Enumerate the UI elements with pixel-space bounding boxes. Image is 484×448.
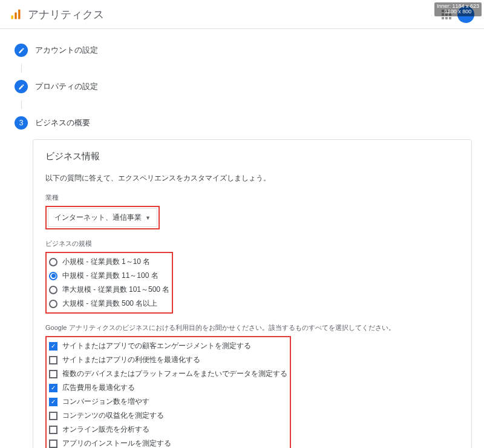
checkbox-icon [49,412,57,420]
purpose-check-item[interactable]: オンライン販売を分析する [49,424,287,435]
step-property[interactable]: プロパティの設定 [15,73,472,100]
step-label: ビジネスの概要 [35,117,90,128]
checkbox-icon [49,370,57,378]
business-card: ビジネス情報 以下の質問に答えて、エクスペリエンスをカスタマイズしましょう。 業… [33,139,472,448]
checkbox-label: コンバージョン数を増やす [62,397,149,407]
svg-rect-1 [15,12,16,19]
purpose-check-item[interactable]: アプリのインストールを測定する [49,438,287,448]
step-label: アカウントの設定 [35,45,98,56]
purpose-check-group: ✓サイトまたはアプリでの顧客エンゲージメントを測定するサイトまたはアプリの利便性… [48,338,289,448]
purpose-check-item[interactable]: 複数のデバイスまたはプラットフォームをまたいでデータを測定する [49,369,287,379]
size-radio-item[interactable]: 準大規模 - 従業員数 101～500 名 [49,285,169,295]
purpose-check-item[interactable]: コンテンツの収益化を測定する [49,410,287,421]
stepper: アカウントの設定 プロパティの設定 3 ビジネスの概要 [15,36,472,137]
step-number: 3 [15,116,28,130]
checkbox-icon: ✓ [49,398,57,406]
checkbox-icon: ✓ [49,384,57,392]
radio-icon [49,258,57,266]
purpose-check-item[interactable]: ✓コンバージョン数を増やす [49,397,287,407]
card-title: ビジネス情報 [45,151,459,162]
step-account[interactable]: アカウントの設定 [15,36,472,64]
checkbox-icon [49,356,57,364]
checkbox-label: オンライン販売を分析する [62,424,149,435]
topbar: アナリティクス Inner: 1184 x 623 1200 x 800 [0,0,484,29]
checkbox-label: 広告費用を最適化する [62,383,135,393]
app-title: アナリティクス [28,7,104,22]
radio-label: 中規模 - 従業員数 11～100 名 [62,271,159,281]
checkbox-label: サイトまたはアプリでの顧客エンゲージメントを測定する [62,341,251,351]
size-radio-item[interactable]: 小規模 - 従業員数 1～10 名 [49,257,169,267]
pencil-icon [15,44,28,57]
industry-label: 業種 [45,193,459,202]
size-radio-group: 小規模 - 従業員数 1～10 名中規模 - 従業員数 11～100 名準大規模… [48,254,171,311]
radio-label: 準大規模 - 従業員数 101～500 名 [62,285,169,295]
analytics-logo-icon [10,8,22,21]
checkbox-icon: ✓ [49,342,57,351]
card-desc: 以下の質問に答えて、エクスペリエンスをカスタマイズしましょう。 [45,173,459,183]
size-radio-item[interactable]: 大規模 - 従業員数 500 名以上 [49,298,169,309]
radio-icon [49,272,57,280]
purpose-check-item[interactable]: ✓広告費用を最適化する [49,383,287,393]
checkbox-label: サイトまたはアプリの利便性を最適化する [62,355,200,365]
radio-icon [49,286,57,294]
radio-icon [49,300,57,308]
purpose-label: Google アナリティクスのビジネスにおける利用目的をお聞かせください。該当す… [45,323,459,332]
checkbox-label: 複数のデバイスまたはプラットフォームをまたいでデータを測定する [62,369,287,379]
radio-label: 小規模 - 従業員数 1～10 名 [62,257,150,267]
industry-dropdown[interactable]: インターネット、通信事業 ▼ [48,208,157,227]
size-radio-item[interactable]: 中規模 - 従業員数 11～100 名 [49,271,169,281]
svg-rect-0 [11,15,13,19]
step-business: 3 ビジネスの概要 [15,109,472,137]
chevron-down-icon: ▼ [145,215,151,221]
checkbox-label: コンテンツの収益化を測定する [62,410,164,421]
pencil-icon [15,80,28,93]
checkbox-icon [49,426,57,434]
svg-rect-2 [18,9,20,19]
purpose-check-item[interactable]: ✓サイトまたはアプリでの顧客エンゲージメントを測定する [49,341,287,351]
checkbox-label: アプリのインストールを測定する [62,438,171,448]
purpose-check-item[interactable]: サイトまたはアプリの利便性を最適化する [49,355,287,365]
dimension-badge: Inner: 1184 x 623 1200 x 800 [434,2,482,17]
step-label: プロパティの設定 [35,81,98,92]
checkbox-icon [49,440,57,448]
size-label: ビジネスの規模 [45,239,459,248]
radio-label: 大規模 - 従業員数 500 名以上 [62,298,157,309]
dropdown-value: インターネット、通信事業 [54,212,142,223]
